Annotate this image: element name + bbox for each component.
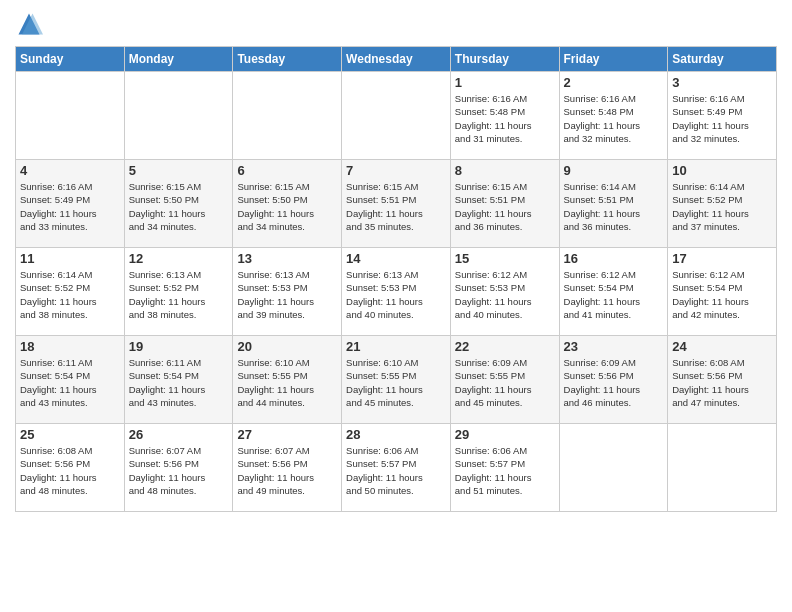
calendar-cell <box>124 72 233 160</box>
day-info: Sunrise: 6:16 AM Sunset: 5:49 PM Dayligh… <box>20 180 120 233</box>
day-number: 26 <box>129 427 229 442</box>
day-number: 22 <box>455 339 555 354</box>
calendar-cell: 28Sunrise: 6:06 AM Sunset: 5:57 PM Dayli… <box>342 424 451 512</box>
calendar-cell: 22Sunrise: 6:09 AM Sunset: 5:55 PM Dayli… <box>450 336 559 424</box>
day-info: Sunrise: 6:12 AM Sunset: 5:53 PM Dayligh… <box>455 268 555 321</box>
day-info: Sunrise: 6:06 AM Sunset: 5:57 PM Dayligh… <box>455 444 555 497</box>
calendar-cell: 23Sunrise: 6:09 AM Sunset: 5:56 PM Dayli… <box>559 336 668 424</box>
day-number: 13 <box>237 251 337 266</box>
calendar-header: SundayMondayTuesdayWednesdayThursdayFrid… <box>16 47 777 72</box>
calendar-cell: 17Sunrise: 6:12 AM Sunset: 5:54 PM Dayli… <box>668 248 777 336</box>
day-number: 9 <box>564 163 664 178</box>
logo <box>15 10 47 38</box>
day-number: 5 <box>129 163 229 178</box>
calendar-cell: 5Sunrise: 6:15 AM Sunset: 5:50 PM Daylig… <box>124 160 233 248</box>
day-info: Sunrise: 6:15 AM Sunset: 5:50 PM Dayligh… <box>237 180 337 233</box>
calendar-cell: 10Sunrise: 6:14 AM Sunset: 5:52 PM Dayli… <box>668 160 777 248</box>
weekday-header-saturday: Saturday <box>668 47 777 72</box>
day-number: 16 <box>564 251 664 266</box>
day-number: 28 <box>346 427 446 442</box>
calendar-cell <box>668 424 777 512</box>
day-info: Sunrise: 6:13 AM Sunset: 5:53 PM Dayligh… <box>237 268 337 321</box>
day-info: Sunrise: 6:10 AM Sunset: 5:55 PM Dayligh… <box>346 356 446 409</box>
day-info: Sunrise: 6:09 AM Sunset: 5:55 PM Dayligh… <box>455 356 555 409</box>
calendar-cell: 1Sunrise: 6:16 AM Sunset: 5:48 PM Daylig… <box>450 72 559 160</box>
weekday-header-friday: Friday <box>559 47 668 72</box>
calendar-cell <box>233 72 342 160</box>
day-info: Sunrise: 6:16 AM Sunset: 5:48 PM Dayligh… <box>564 92 664 145</box>
calendar-cell <box>342 72 451 160</box>
day-number: 21 <box>346 339 446 354</box>
day-info: Sunrise: 6:09 AM Sunset: 5:56 PM Dayligh… <box>564 356 664 409</box>
weekday-header-tuesday: Tuesday <box>233 47 342 72</box>
calendar-week-1: 1Sunrise: 6:16 AM Sunset: 5:48 PM Daylig… <box>16 72 777 160</box>
day-number: 15 <box>455 251 555 266</box>
day-info: Sunrise: 6:15 AM Sunset: 5:51 PM Dayligh… <box>346 180 446 233</box>
day-info: Sunrise: 6:15 AM Sunset: 5:50 PM Dayligh… <box>129 180 229 233</box>
day-info: Sunrise: 6:08 AM Sunset: 5:56 PM Dayligh… <box>672 356 772 409</box>
calendar-cell: 6Sunrise: 6:15 AM Sunset: 5:50 PM Daylig… <box>233 160 342 248</box>
weekday-header-wednesday: Wednesday <box>342 47 451 72</box>
calendar-cell: 15Sunrise: 6:12 AM Sunset: 5:53 PM Dayli… <box>450 248 559 336</box>
day-info: Sunrise: 6:10 AM Sunset: 5:55 PM Dayligh… <box>237 356 337 409</box>
calendar-cell: 29Sunrise: 6:06 AM Sunset: 5:57 PM Dayli… <box>450 424 559 512</box>
day-info: Sunrise: 6:13 AM Sunset: 5:53 PM Dayligh… <box>346 268 446 321</box>
day-info: Sunrise: 6:12 AM Sunset: 5:54 PM Dayligh… <box>564 268 664 321</box>
day-number: 10 <box>672 163 772 178</box>
day-info: Sunrise: 6:13 AM Sunset: 5:52 PM Dayligh… <box>129 268 229 321</box>
day-number: 20 <box>237 339 337 354</box>
calendar-cell: 8Sunrise: 6:15 AM Sunset: 5:51 PM Daylig… <box>450 160 559 248</box>
calendar-cell: 3Sunrise: 6:16 AM Sunset: 5:49 PM Daylig… <box>668 72 777 160</box>
calendar-cell <box>16 72 125 160</box>
calendar-cell: 21Sunrise: 6:10 AM Sunset: 5:55 PM Dayli… <box>342 336 451 424</box>
weekday-row: SundayMondayTuesdayWednesdayThursdayFrid… <box>16 47 777 72</box>
calendar-cell: 11Sunrise: 6:14 AM Sunset: 5:52 PM Dayli… <box>16 248 125 336</box>
day-info: Sunrise: 6:14 AM Sunset: 5:52 PM Dayligh… <box>672 180 772 233</box>
calendar-cell <box>559 424 668 512</box>
day-number: 2 <box>564 75 664 90</box>
day-number: 11 <box>20 251 120 266</box>
calendar-body: 1Sunrise: 6:16 AM Sunset: 5:48 PM Daylig… <box>16 72 777 512</box>
day-number: 4 <box>20 163 120 178</box>
day-number: 24 <box>672 339 772 354</box>
calendar-table: SundayMondayTuesdayWednesdayThursdayFrid… <box>15 46 777 512</box>
day-info: Sunrise: 6:11 AM Sunset: 5:54 PM Dayligh… <box>129 356 229 409</box>
page-header <box>15 10 777 38</box>
calendar-week-2: 4Sunrise: 6:16 AM Sunset: 5:49 PM Daylig… <box>16 160 777 248</box>
calendar-cell: 19Sunrise: 6:11 AM Sunset: 5:54 PM Dayli… <box>124 336 233 424</box>
calendar-cell: 24Sunrise: 6:08 AM Sunset: 5:56 PM Dayli… <box>668 336 777 424</box>
day-info: Sunrise: 6:07 AM Sunset: 5:56 PM Dayligh… <box>129 444 229 497</box>
calendar-cell: 20Sunrise: 6:10 AM Sunset: 5:55 PM Dayli… <box>233 336 342 424</box>
day-number: 7 <box>346 163 446 178</box>
logo-icon <box>15 10 43 38</box>
day-info: Sunrise: 6:16 AM Sunset: 5:48 PM Dayligh… <box>455 92 555 145</box>
calendar-cell: 27Sunrise: 6:07 AM Sunset: 5:56 PM Dayli… <box>233 424 342 512</box>
calendar-cell: 26Sunrise: 6:07 AM Sunset: 5:56 PM Dayli… <box>124 424 233 512</box>
calendar-cell: 16Sunrise: 6:12 AM Sunset: 5:54 PM Dayli… <box>559 248 668 336</box>
calendar-week-5: 25Sunrise: 6:08 AM Sunset: 5:56 PM Dayli… <box>16 424 777 512</box>
day-info: Sunrise: 6:14 AM Sunset: 5:52 PM Dayligh… <box>20 268 120 321</box>
calendar-cell: 2Sunrise: 6:16 AM Sunset: 5:48 PM Daylig… <box>559 72 668 160</box>
day-number: 23 <box>564 339 664 354</box>
weekday-header-thursday: Thursday <box>450 47 559 72</box>
day-info: Sunrise: 6:08 AM Sunset: 5:56 PM Dayligh… <box>20 444 120 497</box>
day-info: Sunrise: 6:14 AM Sunset: 5:51 PM Dayligh… <box>564 180 664 233</box>
calendar-cell: 7Sunrise: 6:15 AM Sunset: 5:51 PM Daylig… <box>342 160 451 248</box>
day-info: Sunrise: 6:12 AM Sunset: 5:54 PM Dayligh… <box>672 268 772 321</box>
day-number: 19 <box>129 339 229 354</box>
day-number: 3 <box>672 75 772 90</box>
weekday-header-monday: Monday <box>124 47 233 72</box>
day-info: Sunrise: 6:15 AM Sunset: 5:51 PM Dayligh… <box>455 180 555 233</box>
day-number: 1 <box>455 75 555 90</box>
day-number: 12 <box>129 251 229 266</box>
day-number: 17 <box>672 251 772 266</box>
day-number: 29 <box>455 427 555 442</box>
calendar-cell: 9Sunrise: 6:14 AM Sunset: 5:51 PM Daylig… <box>559 160 668 248</box>
day-info: Sunrise: 6:11 AM Sunset: 5:54 PM Dayligh… <box>20 356 120 409</box>
calendar-cell: 18Sunrise: 6:11 AM Sunset: 5:54 PM Dayli… <box>16 336 125 424</box>
day-info: Sunrise: 6:06 AM Sunset: 5:57 PM Dayligh… <box>346 444 446 497</box>
day-number: 8 <box>455 163 555 178</box>
day-info: Sunrise: 6:07 AM Sunset: 5:56 PM Dayligh… <box>237 444 337 497</box>
day-number: 14 <box>346 251 446 266</box>
day-number: 18 <box>20 339 120 354</box>
